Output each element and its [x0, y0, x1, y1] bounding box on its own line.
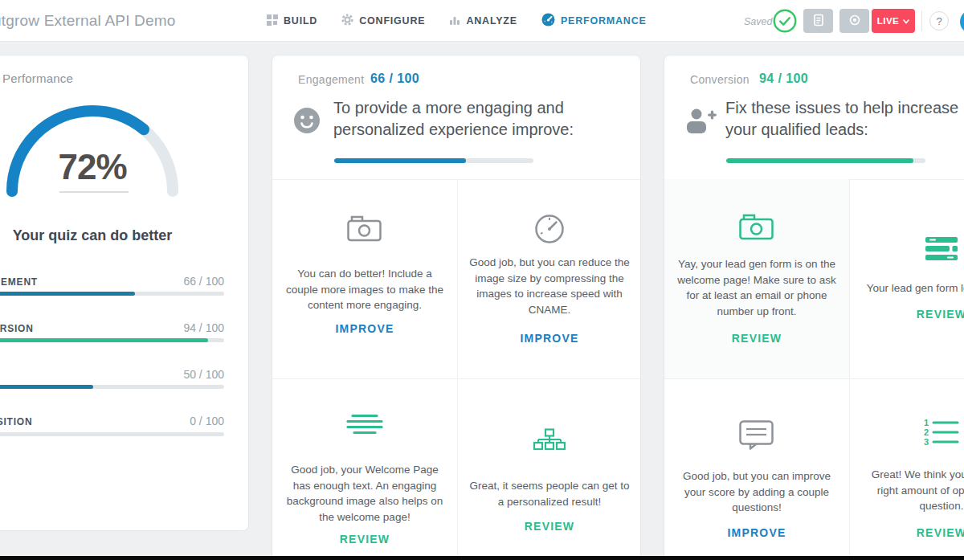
review-link[interactable]: REVIEW: [849, 308, 964, 321]
help-button[interactable]: ?: [929, 11, 949, 31]
grid-icon: [267, 14, 278, 28]
conversion-card-options: 123 Great! We think you have the right a…: [849, 378, 964, 560]
metric-bar-share: [0, 385, 224, 389]
chevron-down-icon: [903, 16, 909, 26]
engagement-score: 66 / 100: [370, 72, 419, 86]
bottom-edge-strip: [0, 556, 964, 560]
top-bar: Outgrow External API Demo BUILD CONFIGUR…: [0, 0, 964, 42]
improve-link[interactable]: IMPROVE: [272, 322, 457, 335]
preview-button[interactable]: [839, 9, 869, 33]
review-link[interactable]: REVIEW: [272, 533, 457, 546]
svg-text:3: 3: [924, 437, 929, 447]
speedometer-outline-icon: [457, 213, 642, 245]
sitemap-icon: [457, 428, 642, 454]
live-button-label: LIVE: [877, 16, 900, 26]
card-text: Great, it seems people can get to a pers…: [465, 478, 634, 509]
app-title: Outgrow External API Demo: [0, 12, 176, 30]
review-link[interactable]: REVIEW: [457, 520, 642, 533]
nav-configure-label: CONFIGURE: [359, 15, 425, 27]
card-text: Your lead gen form looks good!: [853, 280, 964, 296]
topbar-divider: [921, 10, 922, 31]
engagement-card-text: Good job, your Welcome Page has enough t…: [272, 378, 457, 560]
conversion-card-leadgen: Yay, your lead gen form is on the welcom…: [664, 179, 849, 378]
conversion-headline: Fix these issues to help increase your q…: [725, 97, 964, 141]
metric-bar-acquisition: [0, 432, 224, 436]
engagement-card-images: You can do better! Include a couple more…: [272, 179, 457, 378]
report-button[interactable]: [803, 9, 833, 33]
review-link[interactable]: REVIEW: [849, 526, 964, 539]
main-nav: BUILD CONFIGURE ANALYZE PERFORMANCE: [267, 0, 647, 42]
card-text: Good job, but you can reduce the image s…: [463, 255, 636, 317]
performance-overview-panel: Performance 72% Your quiz can do better …: [0, 55, 249, 531]
score-verdict: Your quiz can do better: [4, 227, 181, 244]
score-underline: [59, 191, 129, 193]
nav-configure[interactable]: CONFIGURE: [341, 14, 425, 28]
form-fields-icon: [849, 237, 964, 261]
engagement-headline: To provide a more engaging and personali…: [333, 97, 584, 141]
improve-link[interactable]: IMPROVE: [664, 526, 849, 539]
metric-value-acquisition: 0 / 100: [0, 415, 224, 427]
nav-analyze-label: ANALYZE: [466, 15, 517, 27]
metric-bar-conversion: [0, 338, 224, 342]
conversion-score: 94 / 100: [759, 72, 808, 86]
nav-build[interactable]: BUILD: [267, 14, 317, 28]
engagement-title: Engagement: [298, 73, 364, 86]
smiley-icon: [293, 107, 321, 137]
metric-value-engagement: 66 / 100: [0, 275, 224, 288]
nav-analyze[interactable]: ANALYZE: [449, 14, 517, 28]
overview-heading: Performance: [2, 72, 73, 85]
live-button[interactable]: LIVE: [872, 9, 915, 33]
saved-check-icon: [773, 9, 797, 36]
camera-icon: [272, 215, 457, 242]
metric-value-share: 50 / 100: [0, 368, 224, 381]
text-lines-icon: [272, 414, 457, 436]
improve-link[interactable]: IMPROVE: [457, 332, 642, 345]
nav-build-label: BUILD: [284, 15, 317, 27]
card-text: Good job, but you can improve your score…: [676, 468, 837, 516]
engagement-card-speed: Good job, but you can reduce the image s…: [457, 179, 642, 378]
document-icon: [811, 13, 826, 30]
conversion-title: Conversion: [690, 73, 750, 86]
card-text: Great! We think you have the right amoun…: [861, 467, 964, 514]
comment-icon: [664, 420, 849, 451]
engagement-card-results: Great, it seems people can get to a pers…: [457, 378, 642, 560]
card-text: You can do better! Include a couple more…: [280, 266, 449, 313]
saved-status: Saved: [744, 16, 772, 27]
numbered-list-icon: 123: [849, 419, 964, 448]
card-text: Good job, your Welcome Page has enough t…: [284, 462, 445, 525]
engagement-progress-bar: [334, 158, 533, 163]
card-text: Yay, your lead gen form is on the welcom…: [671, 256, 843, 319]
eye-icon: [848, 13, 862, 30]
conversion-card-form: Your lead gen form looks good! REVIEW: [849, 179, 964, 378]
chat-widget-icon[interactable]: [960, 10, 964, 34]
nav-performance-label: PERFORMANCE: [561, 15, 647, 27]
conversion-card-questions: Good job, but you can improve your score…: [664, 378, 849, 560]
conversion-progress-bar: [726, 158, 925, 163]
engagement-panel: Engagement 66 / 100 To provide a more en…: [272, 55, 641, 560]
speedometer-icon: [541, 13, 555, 29]
svg-text:1: 1: [924, 419, 929, 427]
score-percent: 72%: [28, 147, 157, 187]
metric-value-conversion: 94 / 100: [0, 321, 224, 334]
svg-text:2: 2: [924, 427, 929, 437]
user-plus-icon: [685, 107, 717, 139]
nav-performance[interactable]: PERFORMANCE: [541, 13, 647, 29]
bar-chart-icon: [449, 14, 460, 28]
conversion-panel: Conversion 94 / 100 Fix these issues to …: [664, 55, 964, 560]
review-link[interactable]: REVIEW: [664, 332, 849, 345]
gear-icon: [341, 14, 353, 28]
camera-icon: [664, 213, 849, 240]
metric-bar-engagement: [0, 292, 224, 296]
